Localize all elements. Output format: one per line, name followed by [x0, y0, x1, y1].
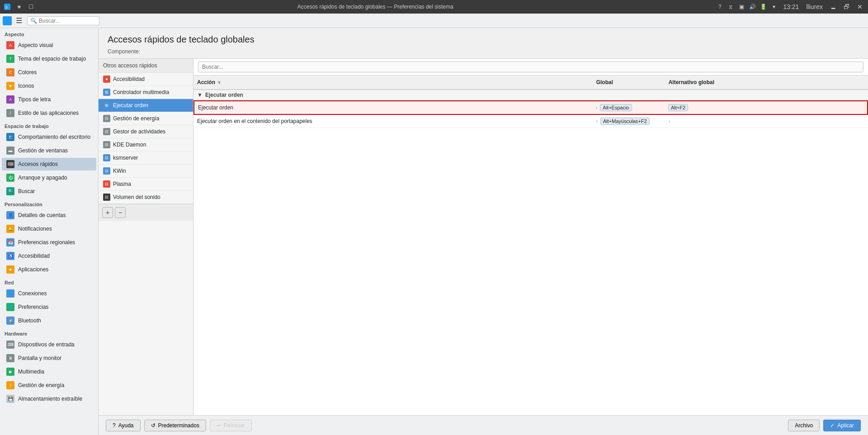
other-label-ksmserver: ksmserver	[113, 155, 138, 161]
sidebar-item-accesos-rapidos[interactable]: ⌨ Accesos rápidos	[2, 158, 96, 170]
sidebar-label-notificaciones: Notificaciones	[18, 226, 52, 232]
other-item-accesibilidad[interactable]: ● Accesibilidad	[99, 73, 193, 86]
table-header: Acción ▼ Global Alternativo global	[193, 76, 868, 90]
hamburger-icon[interactable]: ☰	[15, 17, 23, 24]
network-icon[interactable]: ⧖	[727, 3, 734, 10]
sidebar-item-arranque[interactable]: ⏻ Arranque y apagado	[2, 171, 96, 184]
volume-icon[interactable]: 🔊	[749, 3, 756, 10]
close-btn[interactable]: ✕	[855, 2, 864, 11]
sidebar-item-comportamiento[interactable]: E Comportamiento del escritorio	[2, 131, 96, 143]
sidebar-item-multimedia[interactable]: ▶ Multimedia	[2, 365, 96, 378]
expand-arrow-2[interactable]: ›	[596, 119, 598, 124]
iconos-icon: ★	[6, 82, 14, 90]
sidebar-item-accesibilidad[interactable]: ♿ Accesibilidad	[2, 250, 96, 262]
ayuda-button[interactable]: ? Ayuda	[106, 420, 141, 431]
other-item-ksmserver[interactable]: ⊟ ksmserver	[99, 151, 193, 165]
sidebar-item-tipos-letra[interactable]: A Tipos de letra	[2, 93, 96, 106]
energia-hw-icon: ⚡	[6, 381, 14, 389]
sidebar-label-almacenamiento: Almacentamiento extraíble	[18, 396, 82, 402]
main-title: Accesos rápidos de teclado globales	[108, 34, 859, 45]
expand-arrow-1[interactable]: ›	[596, 105, 597, 110]
sidebar-item-detalles-cuentas[interactable]: 👤 Detalles de cuentas	[2, 209, 96, 222]
reiniciar-button[interactable]: ↩ Reiniciar	[210, 420, 252, 431]
other-icon-accesibilidad: ●	[103, 76, 110, 83]
sidebar-label-conexiones: Conexiones	[18, 290, 47, 297]
screen-icon[interactable]: ▣	[738, 3, 745, 10]
remove-button[interactable]: −	[115, 207, 126, 218]
col-others: Otros accesos rápidos ● Accesibilidad ⊞ …	[99, 59, 193, 415]
sidebar-label-colores: Colores	[18, 69, 37, 76]
sidebar-item-gestion-ventanas[interactable]: ▬ Gestión de ventanas	[2, 144, 96, 157]
sidebar-item-notificaciones[interactable]: 🔔 Notificaciones	[2, 222, 96, 235]
other-item-gestor-actividades[interactable]: ⊟ Gestor de actividades	[99, 125, 193, 138]
other-icon-ejecutar: ⊞	[103, 102, 110, 109]
sidebar-item-dispositivos-entrada[interactable]: ⌨ Dispositivos de entrada	[2, 338, 96, 351]
col-actions: Acción ▼ Global Alternativo global	[193, 59, 868, 415]
other-item-plasma[interactable]: ⊟ Plasma	[99, 178, 193, 191]
other-item-kwin[interactable]: ⊟ KWin	[99, 165, 193, 178]
group-name: Ejecutar orden	[205, 92, 243, 98]
star-icon[interactable]: ★	[15, 3, 23, 10]
sidebar-item-aspecto-visual[interactable]: A Aspecto visual	[2, 39, 96, 52]
sidebar-item-estilo-aplicaciones[interactable]: / Estilo de las aplicaciones	[2, 107, 96, 119]
app: ☰ 🔍 Aspecto A Aspecto visual T Tema del …	[0, 14, 868, 435]
window-icon[interactable]: ☐	[27, 3, 34, 10]
svg-rect-2	[4, 18, 10, 24]
action-row-ejecutar[interactable]: Ejecutar orden › Alt+Espacio Alt+F2	[193, 100, 868, 115]
sidebar-item-almacenamiento[interactable]: 💾 Almacentamiento extraíble	[2, 392, 96, 405]
add-button[interactable]: +	[102, 207, 113, 218]
pantalla-icon: 🖥	[6, 354, 14, 362]
sidebar-item-bluetooth[interactable]: ⚡ Bluetooth	[2, 314, 96, 327]
maximize-btn[interactable]: 🗗	[842, 2, 852, 11]
bottom-bar: ? Ayuda ↺ Predeterminados ↩ Reiniciar Ar…	[99, 415, 868, 435]
sort-icon[interactable]: ▼	[217, 80, 222, 85]
sidebar-label-dispositivos: Dispositivos de entrada	[18, 341, 75, 348]
username: lliurex	[804, 2, 825, 11]
minimize-btn[interactable]: 🗕	[828, 2, 838, 11]
sidebar-item-tema-escritorio[interactable]: T Tema del espacio de trabajo	[2, 52, 96, 65]
sidebar: Aspecto A Aspecto visual T Tema del espa…	[0, 28, 99, 435]
battery-icon[interactable]: 🔋	[760, 3, 767, 10]
sidebar-item-iconos[interactable]: ★ Iconos	[2, 80, 96, 92]
other-item-ejecutar-orden[interactable]: ⊞ Ejecutar orden	[99, 99, 193, 112]
other-item-controlador-multimedia[interactable]: ⊞ Controlador multimedia	[99, 86, 193, 99]
predeterminados-button[interactable]: ↺ Predeterminados	[144, 420, 206, 431]
titlebar-left: S ★ ☐	[4, 3, 34, 10]
other-label-kwin: KWin	[113, 168, 126, 174]
other-label-plasma: Plasma	[113, 181, 131, 187]
clock: 13:21	[781, 2, 801, 11]
other-item-volumen[interactable]: ⊟ Volumen del sonido	[99, 191, 193, 204]
other-item-kde-daemon[interactable]: ⊟ KDE Daemon	[99, 138, 193, 151]
expand-arrow-3[interactable]: ›	[669, 119, 670, 124]
sidebar-item-preferencias-red[interactable]: 🌐 Preferencias	[2, 301, 96, 313]
arrow-icon[interactable]: ▾	[770, 3, 778, 10]
sidebar-item-preferencias-regionales[interactable]: 📅 Preferencias regionales	[2, 236, 96, 249]
tema-icon: T	[6, 55, 14, 63]
component-label: Componente:	[108, 48, 140, 55]
three-col: Otros accesos rápidos ● Accesibilidad ⊞ …	[99, 59, 868, 415]
actions-search-input[interactable]	[198, 61, 863, 72]
dispositivos-icon: ⌨	[6, 340, 14, 349]
sidebar-item-aplicaciones[interactable]: ★ Aplicaciones	[2, 263, 96, 276]
archivo-button[interactable]: Archivo	[788, 420, 820, 431]
col-header-action: Acción ▼	[193, 77, 593, 87]
aplicar-button[interactable]: ✓ Aplicar	[823, 420, 861, 431]
sidebar-section-hardware: Hardware	[0, 327, 98, 338]
sidebar-item-buscar[interactable]: 🔍 Buscar	[2, 185, 96, 198]
accesibilidad-icon: ♿	[6, 252, 14, 260]
sidebar-item-conexiones[interactable]: 🌐 Conexiones	[2, 287, 96, 300]
action-cell-alt-1: Alt+F2	[665, 101, 867, 114]
actions-table: Acción ▼ Global Alternativo global	[193, 76, 868, 415]
app-menu-icon[interactable]	[3, 16, 12, 25]
ayuda-icon: ?	[113, 422, 116, 429]
action-row-portapapeles[interactable]: Ejecutar orden en el contenido del porta…	[193, 115, 868, 128]
other-label-kde: KDE Daemon	[113, 142, 146, 148]
group-arrow[interactable]: ▼	[197, 92, 203, 98]
help-icon[interactable]: ?	[716, 3, 723, 10]
search-input-menubar[interactable]	[39, 18, 93, 24]
sidebar-item-pantalla-monitor[interactable]: 🖥 Pantalla y monitor	[2, 352, 96, 364]
col-others-buttons: + −	[99, 204, 193, 221]
sidebar-item-gestion-energia-hw[interactable]: ⚡ Gestión de energía	[2, 379, 96, 392]
sidebar-item-colores[interactable]: C Colores	[2, 66, 96, 79]
other-item-gestion-energia[interactable]: ⊟ Gestión de energía	[99, 112, 193, 125]
